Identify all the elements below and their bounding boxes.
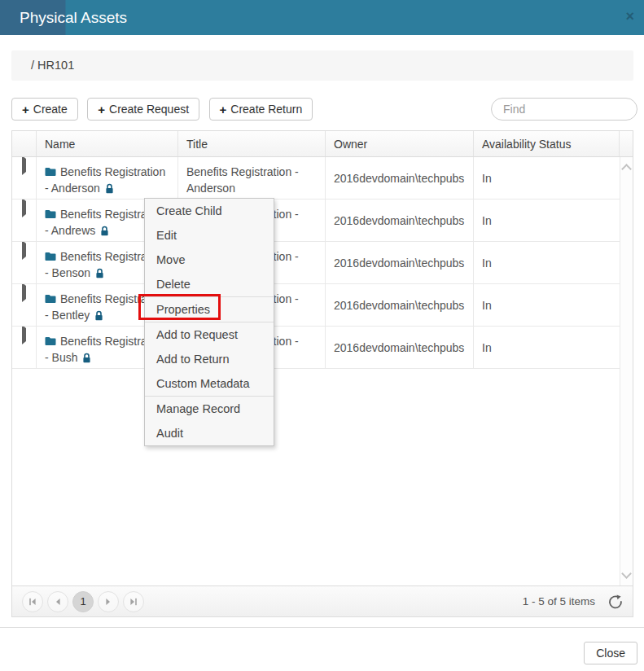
menu-item-custom-metadata[interactable]: Custom Metadata — [145, 371, 274, 396]
create-request-button-label: Create Request — [109, 103, 189, 116]
row-expand-cell — [12, 284, 37, 326]
table-row[interactable]: Benefits Registration - Anderson Benefit… — [12, 157, 620, 200]
plus-icon: + — [98, 103, 105, 116]
folder-icon — [45, 209, 56, 219]
row-expand-cell — [12, 157, 37, 199]
expand-arrow-icon[interactable] — [22, 284, 26, 302]
owner-cell: 2016devdomain\techpubs — [326, 242, 474, 283]
table-row[interactable]: Benefits Registration - Bentley Benefits… — [12, 284, 620, 327]
expand-arrow-icon[interactable] — [22, 157, 26, 175]
lock-icon — [94, 310, 103, 321]
pager-info: 1 - 5 of 5 items — [523, 595, 595, 607]
breadcrumb-path[interactable]: / HR101 — [31, 59, 74, 72]
column-header-name[interactable]: Name — [37, 131, 178, 156]
create-request-button[interactable]: + Create Request — [87, 98, 199, 121]
table-row[interactable]: Benefits Registration - Benson Benefits … — [12, 242, 620, 284]
folder-icon — [45, 336, 56, 346]
grid-body: Benefits Registration - Anderson Benefit… — [12, 157, 633, 585]
create-return-button[interactable]: + Create Return — [209, 98, 313, 121]
pager-next-button[interactable] — [98, 591, 119, 612]
refresh-button[interactable] — [608, 594, 623, 609]
create-return-button-label: Create Return — [230, 103, 302, 116]
lock-icon — [105, 183, 114, 194]
seek-last-icon — [129, 598, 138, 606]
expand-arrow-icon[interactable] — [22, 200, 26, 217]
next-page-icon — [105, 598, 112, 606]
menu-item-manage-record[interactable]: Manage Record — [145, 397, 274, 421]
dialog-titlebar: Physical Assets × — [0, 0, 644, 35]
column-header-owner[interactable]: Owner — [326, 131, 474, 156]
owner-cell: 2016devdomain\techpubs — [326, 327, 474, 368]
plus-icon: + — [22, 103, 29, 116]
status-cell: In — [474, 157, 620, 199]
row-expand-cell — [12, 200, 37, 241]
lock-icon — [95, 268, 104, 278]
prev-page-icon — [55, 598, 61, 606]
scroll-up-icon[interactable] — [621, 164, 632, 174]
expand-arrow-icon[interactable] — [22, 242, 26, 260]
footer-divider — [0, 627, 644, 628]
menu-item-edit[interactable]: Edit — [145, 223, 274, 248]
menu-item-create-child[interactable]: Create Child — [145, 199, 274, 223]
table-row[interactable]: Benefits Registration - Bush Benefits Re… — [12, 327, 620, 369]
lock-icon — [100, 226, 109, 236]
status-cell: In — [474, 200, 620, 241]
menu-item-properties[interactable]: Properties — [145, 297, 274, 322]
title-cell: Benefits Registration - Anderson — [178, 157, 326, 199]
owner-cell: 2016devdomain\techpubs — [326, 157, 474, 199]
column-header-title[interactable]: Title — [178, 131, 326, 156]
breadcrumb: / HR101 — [11, 50, 633, 81]
menu-item-delete[interactable]: Delete — [145, 272, 274, 296]
pager-page-1-button[interactable]: 1 — [72, 591, 94, 612]
header-expand-col — [12, 131, 37, 156]
toolbar: + Create + Create Request + Create Retur… — [11, 98, 637, 121]
vertical-scrollbar[interactable] — [620, 157, 633, 585]
pager-prev-button[interactable] — [47, 591, 68, 612]
column-header-availability-status[interactable]: Availability Status — [474, 131, 620, 156]
create-button-label: Create — [33, 103, 68, 116]
folder-icon — [45, 252, 56, 261]
seek-first-icon — [28, 598, 37, 606]
menu-item-add-to-return[interactable]: Add to Return — [145, 347, 274, 371]
folder-icon — [45, 167, 56, 177]
expand-arrow-icon[interactable] — [22, 327, 26, 344]
lock-icon — [82, 353, 91, 363]
row-expand-cell — [12, 327, 37, 368]
grid-header: Name Title Owner Availability Status — [12, 131, 633, 157]
header-scroll-col — [620, 131, 633, 156]
assets-grid: Name Title Owner Availability Status Ben… — [11, 130, 633, 617]
name-cell[interactable]: Benefits Registration - Anderson — [37, 157, 178, 199]
plus-icon: + — [220, 103, 227, 116]
refresh-icon — [608, 594, 623, 609]
menu-item-add-to-request[interactable]: Add to Request — [145, 322, 274, 347]
owner-cell: 2016devdomain\techpubs — [326, 200, 474, 241]
pager-last-button[interactable] — [123, 591, 144, 612]
close-icon[interactable]: × — [625, 0, 634, 33]
scroll-down-icon[interactable] — [621, 568, 632, 579]
owner-cell: 2016devdomain\techpubs — [326, 284, 474, 326]
close-button[interactable]: Close — [584, 642, 637, 664]
status-cell: In — [474, 242, 620, 283]
context-menu: Create Child Edit Move Delete Properties… — [144, 198, 274, 446]
menu-item-move[interactable]: Move — [145, 248, 274, 272]
create-button[interactable]: + Create — [11, 98, 78, 121]
folder-icon — [45, 294, 56, 304]
menu-item-audit[interactable]: Audit — [145, 421, 274, 445]
find-input[interactable] — [491, 98, 637, 121]
table-row[interactable]: Benefits Registration - Andrews Benefits… — [12, 200, 620, 242]
pager-bar: 1 1 - 5 of 5 items — [12, 585, 633, 616]
status-cell: In — [474, 284, 620, 326]
dialog-title: Physical Assets — [20, 9, 127, 26]
pager-first-button[interactable] — [22, 591, 43, 612]
status-cell: In — [474, 327, 620, 368]
row-expand-cell — [12, 242, 37, 283]
